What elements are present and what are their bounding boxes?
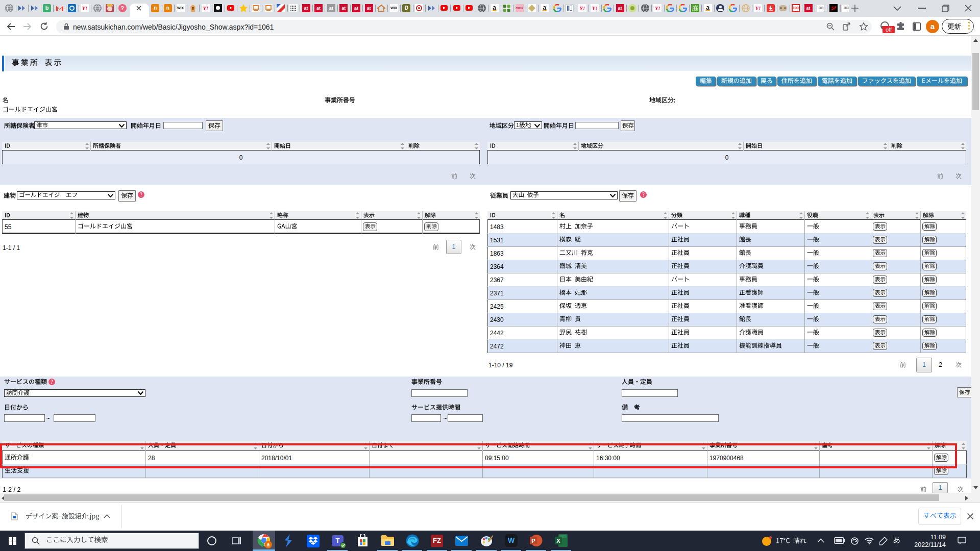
svg-text:X: X bbox=[556, 538, 560, 544]
svg-text:P: P bbox=[531, 538, 535, 544]
